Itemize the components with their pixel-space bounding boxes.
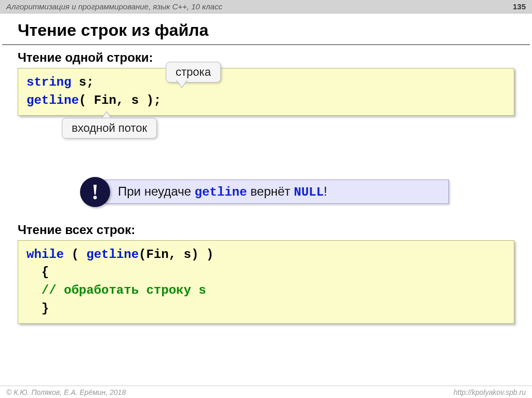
section2-heading: Чтение всех строк: — [18, 223, 514, 237]
header-bar: Алгоритмизация и программирование, язык … — [0, 0, 532, 13]
code-line: { — [26, 264, 506, 282]
exclamation-icon: ! — [80, 177, 110, 207]
code-line: while ( getline(Fin, s) ) — [26, 246, 506, 264]
divider — [2, 44, 530, 45]
code-line: } — [26, 300, 506, 318]
footer-copyright: © К.Ю. Поляков, Е.А. Ерёмин, 2018 — [6, 388, 126, 396]
code-block-2: while ( getline(Fin, s) ) { // обработат… — [18, 240, 514, 324]
code-block-1: string s; getline( Fin, s ); — [18, 68, 514, 116]
page-number: 135 — [513, 2, 526, 11]
callout-tail — [177, 80, 187, 87]
code-line: // обработать строку s — [26, 282, 506, 300]
breadcrumb: Алгоритмизация и программирование, язык … — [6, 2, 222, 11]
callout-string: строка — [166, 62, 221, 83]
footer-bar: © К.Ю. Поляков, Е.А. Ерёмин, 2018 http:/… — [0, 386, 532, 398]
section1-heading: Чтение одной строки: — [18, 50, 514, 65]
callout-input-stream: входной поток — [62, 118, 157, 139]
code-line: string s; — [26, 74, 506, 92]
page-title: Чтение строк из файла — [0, 13, 532, 44]
footer-url: http://kpolyakov.spb.ru — [454, 388, 526, 396]
note-text: При неудаче getline вернёт NULL! — [105, 180, 449, 204]
note-bar: ! При неудаче getline вернёт NULL! — [80, 177, 449, 207]
code-line: getline( Fin, s ); — [26, 92, 506, 110]
